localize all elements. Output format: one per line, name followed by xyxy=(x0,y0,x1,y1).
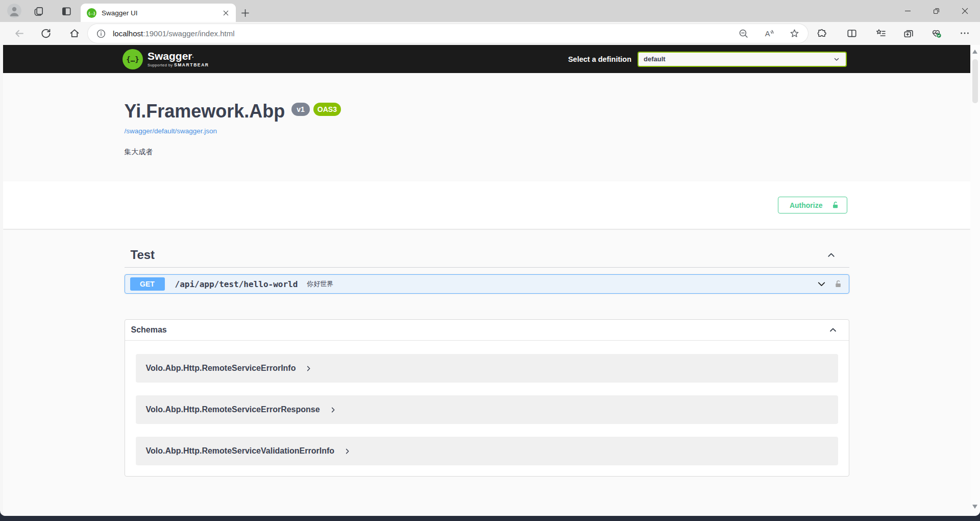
authorize-button[interactable]: Authorize xyxy=(778,197,847,214)
definition-select[interactable]: default xyxy=(638,52,847,67)
brand-subtitle: Supported by SMARTBEAR xyxy=(148,62,209,67)
browser-essentials-button[interactable] xyxy=(930,27,942,39)
tab-close-icon[interactable] xyxy=(222,9,230,17)
schema-name: Volo.Abp.Http.RemoteServiceErrorInfo xyxy=(146,364,296,373)
schemas-title: Schemas xyxy=(131,325,167,335)
collapse-chevron-up-icon[interactable] xyxy=(826,250,836,260)
browser-essentials-icon xyxy=(930,28,942,39)
split-screen-button[interactable] xyxy=(846,27,858,39)
read-aloud-icon[interactable]: A xyxy=(764,28,774,39)
operations-container: Test GET /api/app/test/hello-world 你好世界 … xyxy=(125,229,849,477)
browser-toolbar: localhost:19001/swagger/index.html A xyxy=(0,22,980,45)
new-tab-button[interactable] xyxy=(239,7,251,19)
auth-lock-icon[interactable] xyxy=(834,279,843,289)
minimize-icon xyxy=(903,7,912,15)
person-icon xyxy=(7,4,21,18)
back-button[interactable] xyxy=(13,27,25,39)
chevron-down-icon xyxy=(832,55,841,63)
api-description: 集大成者 xyxy=(125,148,849,157)
site-info-icon[interactable] xyxy=(96,29,106,39)
schema-row[interactable]: Volo.Abp.Http.RemoteServiceErrorResponse xyxy=(136,395,838,424)
extensions-button[interactable] xyxy=(816,27,828,39)
swagger-topbar: {…} Swagger. Supported by SMARTBEAR Sele… xyxy=(3,45,970,73)
back-icon xyxy=(13,28,25,39)
url-host: localhost xyxy=(113,29,143,38)
chevron-right-icon xyxy=(305,365,312,372)
schema-name: Volo.Abp.Http.RemoteServiceValidationErr… xyxy=(146,446,335,456)
workspaces-icon xyxy=(33,6,44,17)
favorite-star-icon[interactable] xyxy=(789,28,800,39)
close-button[interactable] xyxy=(953,0,976,22)
collections-icon xyxy=(903,28,914,39)
test-section-title: Test xyxy=(131,248,155,262)
home-button[interactable] xyxy=(68,27,81,39)
scroll-down-icon[interactable] xyxy=(972,505,977,509)
scrollbar-thumb[interactable] xyxy=(972,59,978,103)
get-operation-row[interactable]: GET /api/app/test/hello-world 你好世界 xyxy=(125,274,849,294)
url-text[interactable]: localhost:19001/swagger/index.html xyxy=(113,29,234,38)
tab-actions-button[interactable] xyxy=(60,5,72,17)
api-info-section: Yi.Framework.Abp v1 OAS3 /swagger/defaul… xyxy=(3,73,970,181)
url-path: :19001/swagger/index.html xyxy=(143,29,234,38)
tab-title: Swagger UI xyxy=(102,9,222,17)
api-title: Yi.Framework.Abp xyxy=(125,101,285,122)
extensions-icon xyxy=(816,28,827,39)
schemas-header[interactable]: Schemas xyxy=(125,320,849,341)
browser-tab[interactable]: {…} Swagger UI xyxy=(81,4,236,22)
test-section-header[interactable]: Test xyxy=(125,246,849,268)
close-icon xyxy=(961,7,969,15)
schemas-container: Schemas Volo.Abp.Http.RemoteServiceError… xyxy=(125,319,849,477)
tab-actions-icon xyxy=(61,6,72,17)
restore-icon xyxy=(932,7,941,15)
scroll-up-icon[interactable] xyxy=(972,50,977,54)
chevron-right-icon xyxy=(329,406,337,414)
split-screen-icon xyxy=(846,28,857,39)
plus-icon xyxy=(240,8,250,18)
home-icon xyxy=(69,28,80,39)
version-badge: v1 xyxy=(291,103,310,116)
method-badge: GET xyxy=(130,277,165,291)
settings-menu-button[interactable] xyxy=(959,27,971,39)
address-bar[interactable]: localhost:19001/swagger/index.html A xyxy=(88,24,808,43)
brand-name: Swagger. xyxy=(148,51,209,61)
schema-name: Volo.Abp.Http.RemoteServiceErrorResponse xyxy=(146,405,320,414)
profile-avatar[interactable] xyxy=(7,4,21,18)
selected-definition: default xyxy=(644,55,666,63)
refresh-button[interactable] xyxy=(40,27,52,39)
swagger-page: {…} Swagger. Supported by SMARTBEAR Sele… xyxy=(3,45,970,516)
chevron-right-icon xyxy=(344,447,351,455)
favorites-button[interactable] xyxy=(875,27,887,39)
minimize-button[interactable] xyxy=(896,0,919,22)
browser-titlebar: {…} Swagger UI xyxy=(0,0,980,22)
definition-select-label: Select a definition xyxy=(568,55,631,63)
schema-row[interactable]: Volo.Abp.Http.RemoteServiceValidationErr… xyxy=(136,437,838,465)
operation-path: /api/app/test/hello-world xyxy=(175,279,298,289)
unlock-icon xyxy=(831,201,840,209)
page-scrollbar[interactable] xyxy=(970,45,980,516)
schema-row[interactable]: Volo.Abp.Http.RemoteServiceErrorInfo xyxy=(136,354,838,383)
spec-json-link[interactable]: /swagger/default/swagger.json xyxy=(125,127,217,135)
collections-button[interactable] xyxy=(902,27,915,39)
swagger-brand: {…} Swagger. Supported by SMARTBEAR xyxy=(122,49,209,69)
scheme-container: Authorize xyxy=(3,181,970,229)
schemas-chevron-up-icon[interactable] xyxy=(828,325,838,335)
zoom-out-icon[interactable] xyxy=(738,28,749,39)
swagger-logo-icon: {…} xyxy=(122,49,143,69)
oas3-badge: OAS3 xyxy=(313,103,341,116)
browser-window: {…} Swagger UI localhost:19001/swa xyxy=(0,0,980,516)
svg-text:A: A xyxy=(765,30,770,38)
workspaces-button[interactable] xyxy=(33,5,45,17)
restore-button[interactable] xyxy=(924,0,948,22)
refresh-icon xyxy=(40,28,52,39)
operation-summary: 你好世界 xyxy=(307,279,333,289)
favorites-list-icon xyxy=(875,28,887,39)
more-options-icon xyxy=(959,28,970,39)
swagger-favicon-icon: {…} xyxy=(87,8,96,18)
expand-chevron-down-icon[interactable] xyxy=(816,279,827,290)
